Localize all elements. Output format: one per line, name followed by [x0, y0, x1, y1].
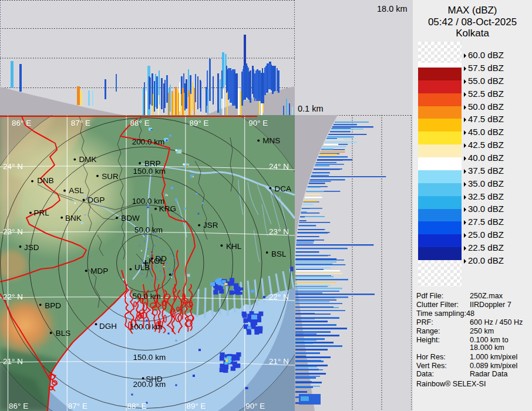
svg-text:86° E: 86° E	[9, 402, 28, 410]
svg-text:BRP: BRP	[144, 159, 161, 168]
svg-text:MNS: MNS	[262, 136, 280, 145]
svg-text:23° N: 23° N	[3, 227, 23, 236]
svg-text:DGP: DGP	[87, 196, 105, 204]
svg-text:BSL: BSL	[271, 250, 287, 258]
svg-text:SUR: SUR	[102, 172, 119, 181]
svg-text:89° E: 89° E	[186, 402, 206, 410]
svg-text:24° N: 24° N	[3, 162, 23, 171]
svg-text:21° N: 21° N	[269, 357, 289, 366]
svg-text:88° E: 88° E	[130, 119, 150, 127]
svg-text:200.0 km: 200.0 km	[132, 137, 165, 146]
svg-text:23° N: 23° N	[269, 227, 289, 236]
svg-text:SHD: SHD	[146, 375, 163, 383]
svg-text:22° N: 22° N	[269, 292, 289, 301]
svg-text:88° E: 88° E	[127, 402, 147, 410]
svg-text:89° E: 89° E	[189, 119, 208, 127]
svg-text:DCA: DCA	[274, 184, 291, 193]
svg-text:JSR: JSR	[203, 221, 218, 230]
svg-text:BNK: BNK	[65, 214, 82, 223]
svg-text:50.0 km: 50.0 km	[134, 225, 163, 234]
svg-text:24° N: 24° N	[269, 162, 289, 171]
svg-text:100.0 km: 100.0 km	[130, 322, 163, 331]
svg-text:BLS: BLS	[56, 329, 71, 338]
svg-text:JSD: JSD	[24, 243, 39, 252]
svg-text:KRG: KRG	[159, 204, 176, 213]
svg-text:DGH: DGH	[99, 322, 117, 331]
svg-text:150.0 km: 150.0 km	[133, 353, 166, 362]
svg-text:86° E: 86° E	[12, 119, 31, 127]
svg-text:21° N: 21° N	[3, 357, 23, 366]
svg-text:ASL: ASL	[69, 186, 84, 195]
svg-text:DMK: DMK	[79, 155, 96, 164]
svg-text:MDP: MDP	[90, 267, 108, 275]
svg-text:87° E: 87° E	[71, 119, 90, 127]
svg-text:ULB: ULB	[134, 263, 150, 272]
svg-text:KOL: KOL	[149, 257, 165, 265]
svg-text:BPD: BPD	[45, 301, 61, 310]
svg-text:PRL: PRL	[34, 208, 50, 217]
svg-text:KHL: KHL	[226, 242, 242, 251]
svg-text:90° E: 90° E	[245, 402, 265, 410]
svg-text:22° N: 22° N	[3, 292, 23, 301]
svg-text:BDW: BDW	[121, 214, 140, 223]
svg-text:50.0 km: 50.0 km	[133, 292, 161, 301]
svg-text:DNB: DNB	[37, 176, 54, 185]
svg-text:150.0 km: 150.0 km	[133, 167, 166, 176]
svg-text:87° E: 87° E	[68, 402, 87, 410]
svg-text:90° E: 90° E	[248, 119, 268, 127]
